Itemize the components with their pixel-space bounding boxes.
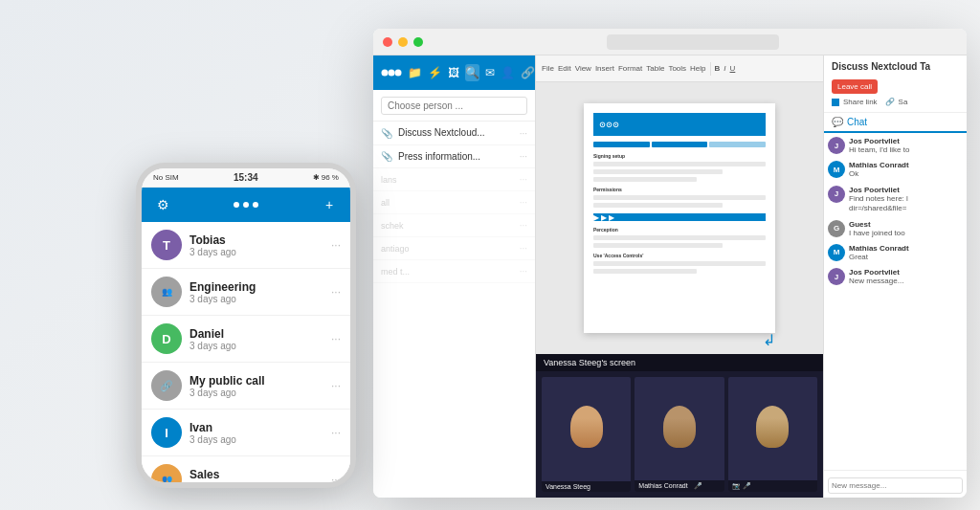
- more-icon[interactable]: ···: [331, 332, 341, 345]
- italic-button[interactable]: I: [724, 64, 725, 73]
- svg-point-0: [382, 70, 389, 77]
- search-input[interactable]: [381, 97, 527, 115]
- menu-edit[interactable]: Edit: [558, 64, 571, 73]
- list-item[interactable]: D Daniel 3 days ago ···: [142, 316, 350, 363]
- more-icon[interactable]: ···: [520, 266, 527, 277]
- menu-table[interactable]: Table: [646, 64, 664, 73]
- list-item[interactable]: 👥 Engineering 3 days ago ···: [142, 269, 350, 316]
- chat-messages: J Jos Poortvliet Hi team, I'd like to M …: [824, 133, 967, 470]
- bolt-icon[interactable]: ⚡: [428, 64, 442, 81]
- item-info: Daniel 3 days ago: [189, 327, 323, 351]
- nc-list-item[interactable]: med t... ···: [373, 260, 535, 283]
- more-icon[interactable]: ···: [331, 285, 341, 299]
- chat-message: J Jos Poortvliet New message...: [828, 268, 963, 286]
- nc-list-item[interactable]: lans ···: [373, 168, 535, 191]
- item-name: My public call: [189, 374, 323, 388]
- doc-line: [593, 169, 723, 174]
- more-icon[interactable]: ···: [520, 197, 527, 208]
- item-title: Press information...: [398, 151, 514, 162]
- nc-list-item[interactable]: antiago ···: [373, 237, 535, 260]
- nextcloud-logo: [234, 202, 258, 208]
- folder-icon[interactable]: 📁: [408, 64, 422, 81]
- more-icon[interactable]: ···: [331, 379, 341, 392]
- search-icon[interactable]: 🔍: [465, 64, 479, 81]
- more-icon[interactable]: ···: [331, 238, 341, 252]
- editor-body: ⊙⊙⊙ Signing setup Permissions: [536, 82, 823, 354]
- nc-list-item[interactable]: 📎 Discuss Nextcloud... ···: [373, 122, 535, 145]
- menu-insert[interactable]: Insert: [595, 64, 614, 73]
- message-author: Jos Poortvliet: [849, 186, 963, 194]
- link-icon: 📎: [381, 151, 392, 162]
- more-icon[interactable]: ···: [520, 128, 527, 139]
- item-info: My public call 3 days ago: [189, 374, 323, 398]
- sa-label: Sa: [899, 98, 908, 106]
- underline-button[interactable]: U: [730, 64, 736, 73]
- add-icon[interactable]: +: [320, 195, 339, 214]
- share-row: Share link 🔗 Sa: [832, 98, 959, 106]
- phone-frame: No SIM 15:34 ✱ 96 % ⚙ + T Tobias: [136, 163, 356, 488]
- menu-tools[interactable]: Tools: [668, 64, 686, 73]
- avatar: D: [151, 323, 182, 354]
- minimize-button[interactable]: [398, 37, 408, 47]
- menu-help[interactable]: Help: [690, 64, 705, 73]
- chat-message: G Guest I have joined too: [828, 220, 963, 238]
- doc-line: [593, 203, 723, 208]
- maximize-button[interactable]: [413, 37, 423, 47]
- doc-line: [593, 177, 697, 182]
- chat-tab[interactable]: 💬 Chat: [824, 113, 967, 133]
- more-icon[interactable]: ···: [331, 473, 341, 482]
- bold-button[interactable]: B: [715, 64, 721, 73]
- list-item[interactable]: 🔗 My public call 3 days ago ···: [142, 363, 350, 410]
- item-time: 3 days ago: [189, 247, 323, 257]
- list-item[interactable]: T Tobias 3 days ago ···: [142, 222, 350, 269]
- phone-time: 15:34: [234, 172, 258, 183]
- menu-file[interactable]: File: [542, 64, 554, 73]
- titlebar-search: [607, 34, 779, 50]
- image-icon[interactable]: 🖼: [448, 64, 459, 81]
- participant-name: 📷 🎤: [728, 480, 817, 492]
- list-item[interactable]: 👥 Sales 3 days ago ···: [142, 456, 350, 482]
- message-input[interactable]: [828, 477, 963, 494]
- message-text: Hi team, I'd like to: [849, 145, 963, 155]
- share-link-label: Share link: [843, 98, 878, 106]
- settings-icon[interactable]: ⚙: [153, 195, 172, 214]
- message-content: Jos Poortvliet New message...: [849, 268, 963, 286]
- svg-point-2: [395, 70, 402, 77]
- item-name: Ivan: [189, 421, 323, 434]
- contacts-icon[interactable]: 👤: [501, 64, 515, 81]
- more-icon[interactable]: ···: [520, 151, 527, 162]
- mail-icon[interactable]: ✉: [485, 64, 495, 81]
- avatar: T: [151, 230, 182, 260]
- nc-list-item[interactable]: 📎 Press information... ···: [373, 145, 535, 168]
- more-icon[interactable]: ···: [520, 243, 527, 254]
- menu-format[interactable]: Format: [618, 64, 642, 73]
- message-author: Jos Poortvliet: [849, 137, 963, 145]
- battery-label: 96 %: [322, 173, 339, 182]
- doc-line: [593, 261, 766, 266]
- more-icon[interactable]: ···: [520, 174, 527, 185]
- mic-icon: 🎤: [743, 482, 751, 489]
- share-icon[interactable]: 🔗: [521, 64, 535, 81]
- nc-list-item[interactable]: schek ···: [373, 214, 535, 237]
- item-info: Sales 3 days ago: [189, 468, 323, 483]
- doc-line: [593, 243, 723, 248]
- more-icon[interactable]: ···: [331, 426, 341, 439]
- progress-fill: [593, 142, 650, 147]
- item-name: Daniel: [189, 327, 323, 341]
- item-name: Sales: [189, 468, 323, 481]
- phone-chat-list: T Tobias 3 days ago ··· 👥 Engineering 3 …: [142, 222, 350, 482]
- message-avatar: M: [828, 161, 845, 178]
- message-avatar: J: [828, 186, 845, 203]
- list-item[interactable]: I Ivan 3 days ago ···: [142, 410, 350, 456]
- share-checkbox[interactable]: [832, 99, 839, 106]
- camera-icon: 📷: [732, 482, 741, 489]
- leave-call-button[interactable]: Leave call: [832, 79, 878, 94]
- toolbar-separator: [710, 62, 711, 76]
- close-button[interactable]: [383, 37, 392, 47]
- more-icon[interactable]: ···: [520, 220, 527, 231]
- nc-list-item[interactable]: all ···: [373, 191, 535, 214]
- doc-line: [593, 269, 697, 274]
- share-icon[interactable]: 🔗: [885, 98, 895, 106]
- menu-view[interactable]: View: [575, 64, 591, 73]
- chat-icon: 💬: [832, 117, 843, 127]
